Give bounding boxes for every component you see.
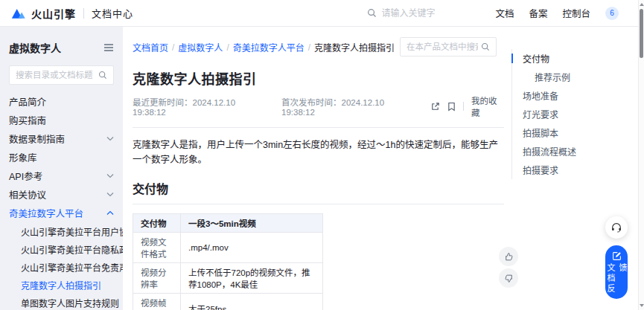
customer-support-button[interactable]	[605, 216, 628, 239]
chevron-down-icon	[106, 192, 114, 197]
table-row: 交付物 一段3～5min视频	[133, 214, 323, 233]
breadcrumb-product[interactable]: 虚拟数字人	[178, 41, 223, 54]
avatar[interactable]: 6	[605, 7, 619, 20]
thumbs-down-icon	[504, 274, 514, 283]
my-favorites-link[interactable]: 我的收藏	[471, 94, 504, 118]
thumbs-up-button[interactable]	[499, 247, 518, 266]
breadcrumb-platform[interactable]: 奇美拉数字人平台	[233, 41, 305, 54]
sidebar-item-api-reference[interactable]: API参考	[9, 167, 114, 185]
nav-docs[interactable]: 文档	[495, 6, 514, 20]
thumbs-down-button[interactable]	[499, 268, 518, 288]
updated-time: 最近更新时间：2024.12.10 19:38:12	[133, 96, 268, 117]
scroll-down-arrow[interactable]	[640, 304, 644, 307]
meta-row: 最近更新时间：2024.12.10 19:38:12 首次发布时间：2024.1…	[133, 94, 504, 118]
doc-feedback-label: 文档反馈	[605, 263, 628, 299]
intro-paragraph: 克隆数字人是指，用户上传一个3min左右长度的视频，经过～1h的快速定制后，能够…	[133, 138, 504, 167]
sidebar-item-product-intro[interactable]: 产品简介	[9, 92, 114, 111]
chevron-down-icon	[106, 173, 114, 178]
toc-item-examples[interactable]: 推荐示例	[512, 68, 632, 86]
search-icon	[481, 42, 490, 51]
breadcrumb-home[interactable]: 文档首页	[133, 41, 168, 54]
sidebar-product-title: 虚拟数字人	[9, 40, 61, 55]
search-icon	[367, 8, 377, 18]
global-search[interactable]	[367, 8, 479, 19]
sidebar-item-avatar-library[interactable]: 形象库	[9, 148, 114, 167]
divider	[133, 127, 504, 128]
page-scrollbar[interactable]	[638, 0, 644, 310]
header-divider	[83, 8, 84, 19]
toc-item-lighting[interactable]: 灯光要求	[512, 105, 632, 123]
page-title: 克隆数字人拍摄指引	[133, 68, 504, 88]
vertical-divider	[463, 102, 464, 111]
nav-beian[interactable]: 备案	[529, 6, 547, 20]
in-product-search[interactable]	[400, 37, 497, 56]
toc-item-script[interactable]: 拍摄脚本	[512, 123, 632, 142]
sidebar-item-chimera-platform[interactable]: 奇美拉数字人平台	[9, 204, 114, 222]
sidebar-nav: 产品简介 购买指南 数据录制指南 形象库 API参考 相关协议 奇美拉数字人平台	[9, 92, 114, 222]
headset-icon	[610, 222, 622, 233]
bookmark-icon[interactable]	[447, 102, 456, 112]
active-indicator	[511, 54, 513, 63]
global-search-input[interactable]	[381, 8, 471, 19]
sidebar-subitem-clone-shooting-guide[interactable]: 克隆数字人拍摄指引	[9, 276, 114, 294]
chevron-up-icon	[106, 210, 114, 216]
volcano-mountain-icon	[10, 6, 27, 20]
sidebar-subnav: 火山引擎奇美拉平台用户协议 火山引擎奇美拉平台隐私政策 火山引擎奇美拉平台免责声…	[9, 222, 114, 310]
open-in-new-icon[interactable]	[430, 102, 440, 112]
collapse-menu-icon[interactable]	[103, 43, 114, 52]
brand-logo[interactable]: 火山引擎	[10, 6, 76, 21]
sidebar-subitem-single-image-rules[interactable]: 单图数字人图片支持规则	[9, 294, 114, 310]
sidebar: 虚拟数字人 产品简介 购买指南 数据录制指南 形象库 API参考 相关协议 奇美…	[0, 27, 123, 310]
toc-item-deliverables[interactable]: 交付物	[512, 49, 632, 68]
chevron-down-icon	[106, 136, 114, 141]
thumbs-up-icon	[504, 252, 514, 262]
sidebar-search[interactable]	[9, 65, 114, 85]
header-nav: 文档 备案 控制台 6	[495, 6, 619, 20]
deliverables-table: 交付物 一段3～5min视频 视频文件格式 .mp4/.mov 视频分辨率 上传…	[133, 213, 323, 310]
breadcrumb-current: 克隆数字人拍摄指引	[314, 41, 395, 54]
nav-console[interactable]: 控制台	[562, 6, 590, 20]
in-product-search-input[interactable]	[407, 42, 478, 51]
table-row: 视频帧率 大于25fps	[133, 294, 323, 310]
sidebar-subitem-privacy-policy[interactable]: 火山引擎奇美拉平台隐私政策	[9, 240, 114, 258]
toc-item-site-prep[interactable]: 场地准备	[512, 86, 632, 105]
top-header: 火山引擎 文档中心 文档 备案 控制台 6	[0, 0, 644, 27]
table-row: 视频分辨率 上传不低于720p的视频文件，推荐1080P，4K最佳	[133, 263, 323, 294]
sidebar-item-agreements[interactable]: 相关协议	[9, 185, 114, 204]
portal-name[interactable]: 文档中心	[92, 6, 133, 20]
sidebar-search-input[interactable]	[16, 71, 95, 80]
toc-item-requirements[interactable]: 拍摄要求	[512, 161, 632, 179]
table-row: 视频文件格式 .mp4/.mov	[133, 233, 323, 263]
brand-name: 火山引擎	[31, 6, 76, 21]
edit-doc-icon	[612, 251, 622, 261]
section-deliverables-heading: 交付物	[133, 179, 504, 204]
scrollbar-thumb[interactable]	[640, 9, 643, 58]
scroll-up-arrow[interactable]	[640, 3, 644, 6]
toc-item-process-overview[interactable]: 拍摄流程概述	[512, 142, 632, 161]
main-content: 文档首页 / 虚拟数字人 / 奇美拉数字人平台 / 克隆数字人拍摄指引 克隆数字…	[123, 27, 511, 310]
sidebar-subitem-user-agreement[interactable]: 火山引擎奇美拉平台用户协议	[9, 222, 114, 240]
sidebar-item-data-recording[interactable]: 数据录制指南	[9, 129, 114, 148]
doc-feedback-button[interactable]: 文档反馈	[605, 245, 628, 299]
doc-center-page: 火山引擎 文档中心 文档 备案 控制台 6 虚拟数字人	[0, 0, 644, 310]
published-time: 首次发布时间：2024.12.10 19:38:12	[281, 96, 417, 117]
sidebar-item-buying-guide[interactable]: 购买指南	[9, 111, 114, 129]
search-icon	[98, 71, 107, 80]
sidebar-subitem-disclaimer[interactable]: 火山引擎奇美拉平台免责声明	[9, 258, 114, 276]
